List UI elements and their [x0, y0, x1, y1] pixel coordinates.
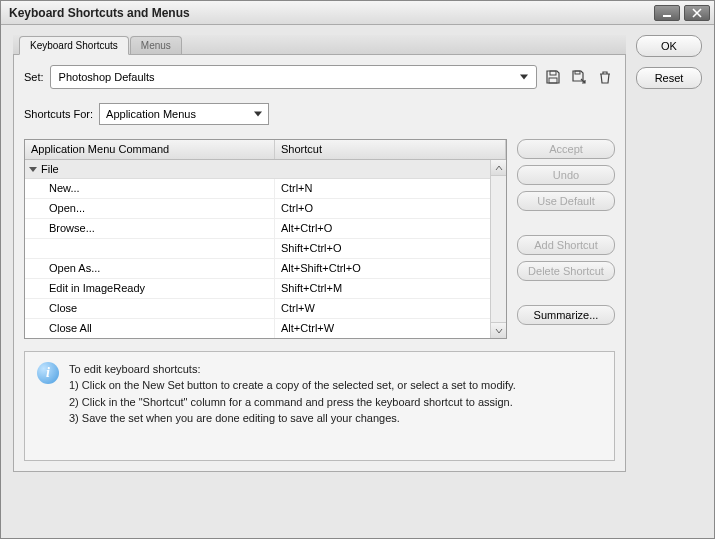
accept-button[interactable]: Accept — [517, 139, 615, 159]
info-heading: To edit keyboard shortcuts: — [69, 362, 516, 377]
group-label: File — [41, 163, 59, 175]
trash-icon — [597, 69, 613, 85]
info-icon: i — [37, 362, 59, 384]
chevron-up-icon — [495, 164, 503, 172]
delete-shortcut-button[interactable]: Delete Shortcut — [517, 261, 615, 281]
svg-rect-2 — [549, 78, 557, 83]
window-controls — [654, 5, 710, 21]
cmd-cell: Open... — [25, 199, 275, 218]
main-panel: Keyboard Shortcuts Menus Set: Photoshop … — [13, 35, 626, 472]
summarize-button[interactable]: Summarize... — [517, 305, 615, 325]
table-row[interactable]: Browse... Alt+Ctrl+O — [25, 219, 506, 239]
group-file[interactable]: File — [25, 160, 506, 179]
table-row[interactable]: Open As... Alt+Shift+Ctrl+O — [25, 259, 506, 279]
close-icon — [692, 8, 702, 18]
minimize-button[interactable] — [654, 5, 680, 21]
scrollbar[interactable] — [490, 160, 506, 338]
delete-set-button[interactable] — [595, 67, 615, 87]
table-row[interactable]: New... Ctrl+N — [25, 179, 506, 199]
shortcuts-table: Application Menu Command Shortcut File N… — [24, 139, 507, 339]
svg-rect-0 — [663, 15, 671, 17]
shortcuts-for-select[interactable]: Application Menus — [99, 103, 269, 125]
new-set-button[interactable] — [569, 67, 589, 87]
set-value: Photoshop Defaults — [59, 71, 155, 83]
dialog-window: Keyboard Shortcuts and Menus Keyboard Sh… — [0, 0, 715, 539]
tab-strip: Keyboard Shortcuts Menus — [13, 35, 626, 55]
dialog-body: Keyboard Shortcuts Menus Set: Photoshop … — [1, 25, 714, 482]
dialog-buttons: OK Reset — [636, 35, 704, 472]
column-command[interactable]: Application Menu Command — [25, 140, 275, 159]
shortcut-cell[interactable]: Ctrl+N — [275, 179, 506, 198]
shortcut-cell[interactable]: Alt+Ctrl+O — [275, 219, 506, 238]
table-body[interactable]: File New... Ctrl+N Open... Ctrl+O — [25, 160, 506, 339]
table-row[interactable]: Shift+Ctrl+O — [25, 239, 506, 259]
svg-rect-3 — [575, 71, 580, 74]
cmd-cell: New... — [25, 179, 275, 198]
cmd-cell — [25, 239, 275, 258]
scroll-down-button[interactable] — [491, 322, 506, 338]
spacer — [517, 217, 615, 229]
close-button[interactable] — [684, 5, 710, 21]
add-shortcut-button[interactable]: Add Shortcut — [517, 235, 615, 255]
save-set-button[interactable] — [543, 67, 563, 87]
set-row: Set: Photoshop Defaults — [24, 65, 615, 89]
scroll-up-button[interactable] — [491, 160, 506, 176]
shortcuts-panel: Set: Photoshop Defaults Shortcut — [13, 55, 626, 472]
info-line: 1) Click on the New Set button to create… — [69, 378, 516, 393]
column-shortcut[interactable]: Shortcut — [275, 140, 506, 159]
table-row[interactable]: Open... Ctrl+O — [25, 199, 506, 219]
set-label: Set: — [24, 71, 44, 83]
tab-keyboard-shortcuts[interactable]: Keyboard Shortcuts — [19, 36, 129, 55]
shortcuts-for-row: Shortcuts For: Application Menus — [24, 103, 615, 125]
use-default-button[interactable]: Use Default — [517, 191, 615, 211]
shortcut-cell[interactable]: Alt+Shift+Ctrl+O — [275, 259, 506, 278]
ok-button[interactable]: OK — [636, 35, 702, 57]
minimize-icon — [662, 8, 672, 18]
grid-area: Application Menu Command Shortcut File N… — [24, 139, 615, 339]
shortcut-cell[interactable]: Shift+Ctrl+M — [275, 279, 506, 298]
tab-menus[interactable]: Menus — [130, 36, 182, 54]
shortcuts-for-value: Application Menus — [106, 108, 196, 120]
chevron-down-icon — [495, 327, 503, 335]
cmd-cell: Close — [25, 299, 275, 318]
table-header: Application Menu Command Shortcut — [25, 140, 506, 160]
shortcuts-for-label: Shortcuts For: — [24, 108, 93, 120]
window-title: Keyboard Shortcuts and Menus — [9, 6, 190, 20]
info-line: 2) Click in the "Shortcut" column for a … — [69, 395, 516, 410]
cmd-cell: Open As... — [25, 259, 275, 278]
cmd-cell: Close All — [25, 319, 275, 338]
floppy-icon — [545, 69, 561, 85]
undo-button[interactable]: Undo — [517, 165, 615, 185]
spacer — [517, 287, 615, 299]
info-text: To edit keyboard shortcuts: 1) Click on … — [69, 362, 516, 450]
reset-button[interactable]: Reset — [636, 67, 702, 89]
info-box: i To edit keyboard shortcuts: 1) Click o… — [24, 351, 615, 461]
cmd-cell: Edit in ImageReady — [25, 279, 275, 298]
table-row[interactable]: Close Ctrl+W — [25, 299, 506, 319]
titlebar: Keyboard Shortcuts and Menus — [1, 1, 714, 25]
shortcut-cell[interactable]: Shift+Ctrl+O — [275, 239, 506, 258]
shortcut-cell[interactable]: Alt+Ctrl+W — [275, 319, 506, 338]
floppy-arrow-icon — [571, 69, 587, 85]
table-row[interactable]: Edit in ImageReady Shift+Ctrl+M — [25, 279, 506, 299]
set-select[interactable]: Photoshop Defaults — [50, 65, 537, 89]
cmd-cell: Browse... — [25, 219, 275, 238]
action-buttons: Accept Undo Use Default Add Shortcut Del… — [517, 139, 615, 339]
shortcut-cell[interactable]: Ctrl+O — [275, 199, 506, 218]
table-row[interactable]: Close All Alt+Ctrl+W — [25, 319, 506, 339]
info-line: 3) Save the set when you are done editin… — [69, 411, 516, 426]
shortcut-cell[interactable]: Ctrl+W — [275, 299, 506, 318]
chevron-down-icon[interactable] — [29, 167, 37, 172]
